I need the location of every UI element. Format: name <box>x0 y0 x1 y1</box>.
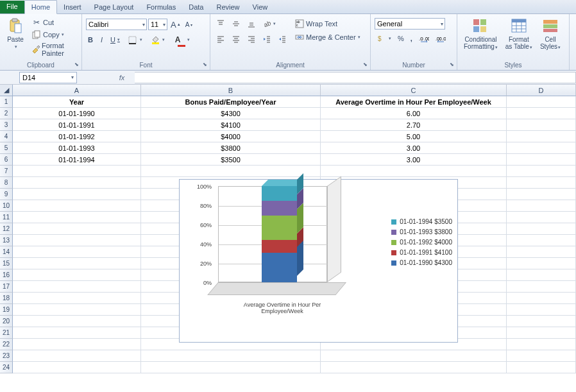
page-layout-tab[interactable]: Page Layout <box>88 1 140 13</box>
cell[interactable] <box>507 177 576 189</box>
align-middle-button[interactable] <box>230 19 242 29</box>
italic-button[interactable]: I <box>99 35 105 44</box>
cell[interactable] <box>507 293 576 304</box>
row-header[interactable]: 16 <box>0 269 13 281</box>
wrap-text-button[interactable]: abcWrap Text <box>292 18 362 30</box>
number-launcher[interactable]: ⬊ <box>448 61 455 69</box>
cell[interactable] <box>507 212 576 223</box>
fx-icon[interactable]: fx <box>109 74 135 81</box>
cell[interactable] <box>13 246 141 258</box>
cell[interactable] <box>141 362 321 373</box>
cell[interactable]: $3800 <box>141 142 321 154</box>
cell[interactable] <box>13 269 141 281</box>
cell[interactable]: 3.00 <box>321 142 507 154</box>
bold-button[interactable]: B <box>86 35 95 44</box>
cell[interactable] <box>507 246 576 258</box>
cell[interactable]: Average Overtime in Hour Per Employee/We… <box>321 96 507 108</box>
percent-button[interactable]: % <box>396 34 406 43</box>
home-tab[interactable]: Home <box>24 0 57 14</box>
row-header[interactable]: 3 <box>0 119 13 131</box>
cell[interactable]: 01-01-1993 <box>13 142 141 154</box>
cell[interactable] <box>13 327 141 339</box>
row-header[interactable]: 17 <box>0 281 13 293</box>
cell[interactable] <box>507 281 576 293</box>
cell[interactable] <box>507 316 576 327</box>
row-header[interactable]: 11 <box>0 212 13 223</box>
cell[interactable] <box>13 316 141 327</box>
border-button[interactable]: ▾ <box>126 34 144 46</box>
font-size-select[interactable]: 11 <box>148 19 167 30</box>
name-box[interactable]: D14▾ <box>19 72 77 83</box>
cell[interactable]: 01-01-1992 <box>13 131 141 142</box>
cell[interactable]: 01-01-1994 <box>13 154 141 166</box>
row-header[interactable]: 10 <box>0 200 13 212</box>
cell[interactable]: 6.00 <box>321 108 507 119</box>
increase-indent-button[interactable] <box>276 34 289 44</box>
cell[interactable] <box>507 304 576 316</box>
row-header[interactable]: 9 <box>0 189 13 200</box>
file-tab[interactable]: File <box>0 1 24 13</box>
col-header-C[interactable]: C <box>321 85 507 96</box>
cell[interactable] <box>507 350 576 362</box>
fill-color-button[interactable]: ▾ <box>148 34 167 46</box>
comma-button[interactable]: , <box>409 34 414 43</box>
select-all-corner[interactable]: ◢ <box>0 85 13 96</box>
cell[interactable]: Bonus Paid/Employee/Year <box>141 96 321 108</box>
cell[interactable] <box>321 362 507 373</box>
underline-button[interactable]: U▾ <box>108 35 122 44</box>
col-header-B[interactable]: B <box>141 85 321 96</box>
row-header[interactable]: 12 <box>0 223 13 235</box>
increase-decimal-button[interactable]: .0.00 <box>417 34 431 43</box>
cell[interactable] <box>507 166 576 177</box>
cell[interactable] <box>13 177 141 189</box>
data-tab[interactable]: Data <box>182 1 210 13</box>
align-bottom-button[interactable] <box>245 19 258 29</box>
cell[interactable]: $4000 <box>141 131 321 142</box>
cell[interactable]: 01-01-1990 <box>13 108 141 119</box>
cell[interactable]: 2.70 <box>321 119 507 131</box>
paste-button[interactable]: Paste ▾ <box>4 15 27 51</box>
cut-button[interactable]: ✂Cut <box>30 17 78 28</box>
row-header[interactable]: 21 <box>0 327 13 339</box>
cell[interactable] <box>507 362 576 373</box>
row-header[interactable]: 6 <box>0 154 13 166</box>
cell[interactable]: $4300 <box>141 108 321 119</box>
row-header[interactable]: 1 <box>0 96 13 108</box>
row-header[interactable]: 20 <box>0 316 13 327</box>
row-header[interactable]: 8 <box>0 177 13 189</box>
row-header[interactable]: 7 <box>0 166 13 177</box>
row-header[interactable]: 5 <box>0 142 13 154</box>
decrease-decimal-button[interactable]: .00.0 <box>434 34 448 43</box>
cell[interactable]: 01-01-1991 <box>13 119 141 131</box>
col-header-D[interactable]: D <box>507 85 576 96</box>
decrease-indent-button[interactable] <box>260 34 273 44</box>
cell[interactable] <box>13 350 141 362</box>
col-header-A[interactable]: A <box>13 85 141 96</box>
row-header[interactable]: 15 <box>0 258 13 269</box>
row-header[interactable]: 24 <box>0 362 13 373</box>
align-left-button[interactable] <box>214 34 227 44</box>
grow-font-button[interactable]: A▴ <box>169 19 182 30</box>
format-as-table-button[interactable]: Formatas Table▾ <box>503 15 535 51</box>
cell[interactable] <box>13 281 141 293</box>
copy-button[interactable]: Copy▾ <box>30 29 78 40</box>
cell[interactable] <box>13 339 141 350</box>
formula-input[interactable] <box>135 72 576 83</box>
cell[interactable] <box>13 212 141 223</box>
insert-tab[interactable]: Insert <box>57 1 88 13</box>
cell[interactable] <box>507 269 576 281</box>
row-header[interactable]: 14 <box>0 246 13 258</box>
cell[interactable] <box>507 154 576 166</box>
align-top-button[interactable] <box>214 19 227 29</box>
format-painter-button[interactable]: Format Painter <box>30 41 78 58</box>
view-tab[interactable]: View <box>246 1 275 13</box>
orientation-button[interactable]: ab▾ <box>260 19 278 29</box>
cell[interactable] <box>507 223 576 235</box>
cell[interactable] <box>321 166 507 177</box>
cell[interactable] <box>507 119 576 131</box>
cell[interactable] <box>13 189 141 200</box>
accounting-format-button[interactable]: $▾ <box>375 33 393 44</box>
cell[interactable] <box>507 235 576 246</box>
cell[interactable] <box>507 200 576 212</box>
row-header[interactable]: 22 <box>0 339 13 350</box>
